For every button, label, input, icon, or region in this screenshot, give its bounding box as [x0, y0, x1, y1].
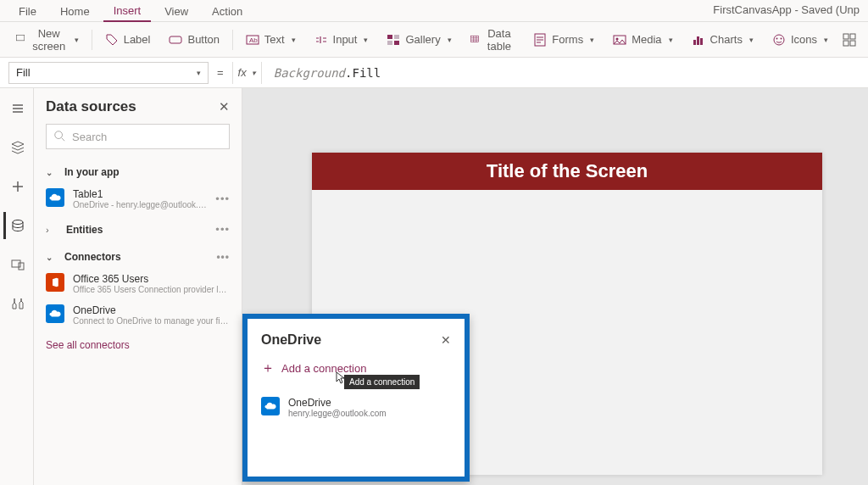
new-screen-button[interactable]: New screen ▾	[8, 23, 86, 57]
label-text: Label	[124, 33, 151, 46]
rail-devices-icon[interactable]	[3, 251, 31, 278]
item-name: Office 365 Users	[73, 273, 230, 285]
chevron-down-icon: ▾	[590, 36, 594, 44]
item-name: OneDrive	[288, 397, 387, 409]
close-icon[interactable]: ✕	[441, 333, 451, 347]
onedrive-icon	[46, 188, 64, 207]
see-all-connectors-link[interactable]: See all connectors	[34, 331, 242, 360]
chevron-down-icon: ▾	[197, 69, 201, 77]
chevron-down-icon: ▾	[364, 36, 368, 44]
media-label: Media	[632, 33, 661, 46]
input-button[interactable]: Input ▾	[307, 29, 376, 51]
label-button[interactable]: Label	[97, 29, 159, 51]
chevron-down-icon: ▾	[448, 36, 452, 44]
rail-layers-icon[interactable]	[3, 134, 31, 161]
tooltip: Add a connection	[344, 375, 420, 389]
add-connection-button[interactable]: ＋ Add a connection Add a connection	[261, 361, 451, 375]
formula-object: Background	[274, 66, 345, 80]
separator	[232, 30, 233, 50]
connection-flyout: OneDrive ✕ ＋ Add a connection Add a conn…	[242, 314, 470, 482]
menu-insert[interactable]: Insert	[103, 1, 152, 22]
section-entities[interactable]: › Entities •••	[34, 215, 242, 244]
datatable-label: Data table	[484, 27, 515, 53]
svg-rect-7	[394, 41, 399, 45]
connector-office365[interactable]: Office 365 Users Office 365 Users Connec…	[34, 268, 242, 299]
onedrive-icon	[261, 397, 280, 415]
text-button[interactable]: Ab Text ▾	[238, 29, 303, 51]
button-control-button[interactable]: Button	[161, 29, 227, 51]
svg-point-15	[774, 35, 784, 45]
svg-rect-24	[19, 263, 24, 270]
section-in-your-app[interactable]: ⌄ In your app	[34, 159, 242, 183]
rail-add-icon[interactable]	[3, 173, 31, 200]
rail-data-icon[interactable]	[3, 212, 31, 239]
more-icon[interactable]: •••	[216, 251, 230, 263]
datatable-button[interactable]: Data table	[463, 23, 523, 57]
connection-item[interactable]: OneDrive henry.legge@outlook.com	[261, 397, 451, 418]
equals-sign: =	[215, 66, 225, 79]
section-label: Connectors	[64, 251, 121, 263]
item-sub: OneDrive - henry.legge@outlook.com	[73, 200, 207, 209]
forms-label: Forms	[552, 33, 583, 46]
chevron-down-icon: ▾	[252, 69, 256, 77]
fx-button[interactable]: fx ▾	[232, 62, 262, 84]
data-sources-title: Data sources	[46, 98, 136, 115]
property-selector[interactable]: Fill ▾	[8, 62, 209, 84]
label-icon	[105, 33, 119, 47]
close-icon[interactable]: ✕	[219, 99, 230, 114]
datatable-icon	[470, 33, 479, 47]
connector-onedrive[interactable]: OneDrive Connect to OneDrive to manage y…	[34, 299, 242, 331]
gallery-label: Gallery	[405, 33, 440, 46]
gallery-button[interactable]: Gallery ▾	[379, 29, 459, 51]
svg-rect-18	[843, 34, 849, 39]
icons-icon	[772, 33, 786, 47]
rail-hamburger[interactable]	[3, 95, 31, 122]
ribbon: New screen ▾ Label Button Ab Text ▾ Inpu…	[0, 22, 868, 58]
text-icon: Ab	[246, 33, 259, 47]
input-icon	[314, 33, 328, 47]
screen-icon	[16, 33, 25, 47]
screen-title: Title of the Screen	[312, 153, 822, 190]
more-icon[interactable]: •••	[215, 192, 230, 205]
svg-point-17	[780, 37, 782, 39]
property-name: Fill	[16, 66, 31, 79]
icons-button[interactable]: Icons ▾	[765, 29, 836, 51]
media-button[interactable]: Media ▾	[605, 29, 680, 51]
svg-rect-21	[850, 41, 855, 46]
input-label: Input	[333, 33, 358, 46]
svg-point-25	[55, 131, 63, 138]
separator	[92, 30, 92, 50]
menu-home[interactable]: Home	[50, 2, 100, 21]
svg-rect-12	[693, 40, 696, 45]
more-icon[interactable]: •••	[215, 223, 230, 236]
item-sub: henry.legge@outlook.com	[288, 409, 387, 418]
chevron-down-icon: ▾	[75, 36, 79, 44]
chevron-down-icon: ⌄	[46, 168, 58, 177]
add-connection-label: Add a connection	[281, 362, 366, 375]
chevron-down-icon: ▾	[292, 36, 296, 44]
menu-action[interactable]: Action	[202, 2, 253, 21]
svg-rect-6	[387, 41, 392, 45]
item-sub: Office 365 Users Connection provider let…	[73, 285, 230, 294]
chevron-down-icon: ▾	[824, 36, 828, 44]
item-name: OneDrive	[73, 304, 230, 316]
charts-button[interactable]: Charts ▾	[684, 29, 761, 51]
svg-point-22	[13, 220, 23, 225]
menu-file[interactable]: File	[8, 2, 47, 21]
onedrive-icon	[46, 304, 64, 323]
section-label: Entities	[66, 224, 103, 236]
data-sources-pane: Data sources ✕ Search ⌄ In your app Tabl…	[34, 88, 242, 485]
chevron-down-icon: ⌄	[46, 253, 58, 262]
forms-button[interactable]: Forms ▾	[526, 29, 602, 51]
svg-point-11	[616, 37, 619, 40]
menu-view[interactable]: View	[154, 2, 198, 21]
svg-rect-13	[697, 36, 699, 45]
grid-button[interactable]	[839, 29, 860, 51]
formula-input[interactable]: Background.Fill	[269, 66, 860, 80]
section-connectors[interactable]: ⌄ Connectors •••	[34, 244, 242, 268]
chevron-down-icon: ▾	[669, 36, 673, 44]
rail-tools-icon[interactable]	[3, 290, 31, 317]
data-item-table1[interactable]: Table1 OneDrive - henry.legge@outlook.co…	[34, 183, 242, 215]
chevron-right-icon: ›	[46, 225, 58, 235]
search-input[interactable]: Search	[46, 124, 230, 149]
